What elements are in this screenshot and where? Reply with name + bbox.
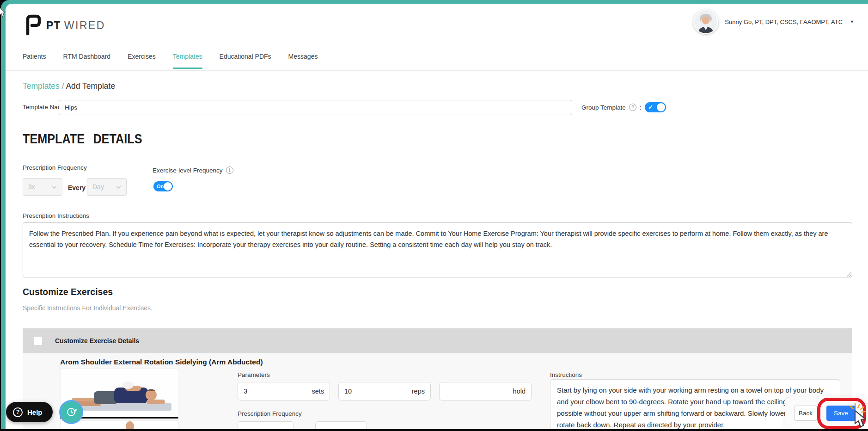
breadcrumb-templates-link[interactable]: Templates — [23, 81, 60, 91]
exercise-period-input[interactable] — [315, 421, 367, 429]
logo-text: PT WIRED — [46, 19, 105, 32]
toggle-on-label: On — [157, 184, 164, 189]
customize-details-label: Customize Exercise Details — [55, 337, 139, 345]
exercise-prescription-frequency-label: Prescription Frequency — [238, 410, 302, 417]
group-template-colon: : — [640, 104, 642, 111]
tab-templates[interactable]: Templates — [173, 53, 202, 69]
tab-messages[interactable]: Messages — [288, 53, 318, 69]
tab-exercises[interactable]: Exercises — [128, 53, 156, 69]
question-mark-icon: ? — [13, 407, 23, 417]
exercise-video-thumbnail-2[interactable] — [60, 420, 178, 429]
clock-icon — [66, 406, 77, 418]
exercise-frequency-input[interactable] — [238, 421, 294, 429]
customize-exercise-details-bar: Customize Exercise Details — [23, 328, 852, 353]
sets-field: sets — [238, 382, 330, 400]
exercise-level-frequency-row: Exercise-level Frequency i — [153, 166, 233, 174]
hold-suffix: hold — [513, 388, 526, 395]
parameters-label: Parameters — [238, 371, 270, 378]
main-nav: Patients RTM Dashboard Exercises Templat… — [23, 53, 318, 69]
customize-exercises-subheading: Specific Instructions For Individual Exe… — [23, 304, 153, 312]
group-template-toggle[interactable]: ✓ — [645, 102, 666, 112]
action-panel: Back Save — [785, 397, 868, 429]
customize-details-checkbox[interactable] — [34, 337, 42, 345]
breadcrumb-current: Add Template — [66, 81, 115, 91]
chevron-down-icon — [116, 185, 121, 189]
breadcrumb-separator: / — [62, 81, 64, 91]
exercise-instructions-label: Instructions — [550, 371, 582, 378]
exercise-level-frequency-label: Exercise-level Frequency — [153, 167, 223, 174]
pt-wired-page: PT WIRED Sunny Go, PT, DPT, CSCS, FAAOMP… — [6, 4, 868, 429]
user-menu[interactable]: Sunny Go, PT, DPT, CSCS, FAAOMPT, ATC ▼ — [693, 9, 854, 34]
exercise-row: Arom Shoulder External Rotation Sidelyin… — [23, 353, 852, 429]
pt-wired-logo-icon — [22, 13, 42, 38]
reps-suffix: reps — [412, 388, 425, 395]
exercise-title: Arom Shoulder External Rotation Sidelyin… — [60, 358, 263, 366]
tab-patients[interactable]: Patients — [23, 53, 46, 69]
template-details-heading: TEMPLATE DETAILS — [23, 131, 142, 147]
help-label: Help — [27, 408, 43, 416]
pt-wired-logo[interactable]: PT WIRED — [22, 13, 105, 38]
nav-divider — [6, 70, 868, 71]
chevron-down-icon — [52, 185, 57, 189]
period-select[interactable]: Day — [87, 178, 127, 196]
tab-rtm-dashboard[interactable]: RTM Dashboard — [63, 53, 110, 69]
sets-input[interactable] — [244, 388, 312, 395]
avatar — [693, 9, 718, 34]
help-circle-icon[interactable]: ? — [629, 104, 636, 111]
tab-educational-pdfs[interactable]: Educational PDFs — [220, 53, 271, 69]
save-button[interactable]: Save — [826, 406, 856, 421]
prescription-frequency-label: Prescription Frequency — [23, 164, 87, 171]
prescription-instructions-textarea[interactable]: Follow the Prescribed Plan. If you exper… — [23, 222, 852, 277]
template-name-input[interactable] — [59, 100, 572, 115]
screen: PT WIRED Sunny Go, PT, DPT, CSCS, FAAOMP… — [0, 0, 868, 431]
frequency-select-value: 3x — [28, 183, 35, 191]
chevron-down-icon: ▼ — [850, 19, 854, 24]
prescription-instructions-label: Prescription Instructions — [23, 212, 89, 219]
every-label: Every — [68, 184, 86, 191]
timer-button[interactable] — [61, 401, 82, 423]
info-circle-icon[interactable]: i — [226, 166, 233, 174]
customize-exercises-heading: Customize Exercises — [23, 287, 113, 297]
reps-field: reps — [338, 382, 431, 400]
hold-input[interactable] — [445, 388, 513, 395]
breadcrumb: Templates / Add Template — [23, 81, 115, 91]
help-button[interactable]: ? Help — [6, 402, 53, 422]
check-icon: ✓ — [648, 104, 653, 111]
back-button[interactable]: Back — [794, 406, 817, 421]
sets-suffix: sets — [312, 388, 324, 395]
period-select-value: Day — [92, 183, 104, 191]
user-name: Sunny Go, PT, DPT, CSCS, FAAOMPT, ATC — [725, 18, 843, 25]
group-template-row: Group Template ? : ✓ — [581, 102, 666, 112]
reps-input[interactable] — [344, 388, 412, 395]
frequency-select[interactable]: 3x — [23, 178, 62, 196]
exercise-level-frequency-toggle[interactable]: On — [153, 181, 173, 191]
hold-field: hold — [439, 382, 532, 400]
toggle-knob — [164, 182, 172, 191]
toggle-knob — [657, 103, 665, 111]
group-template-label: Group Template — [581, 104, 626, 111]
